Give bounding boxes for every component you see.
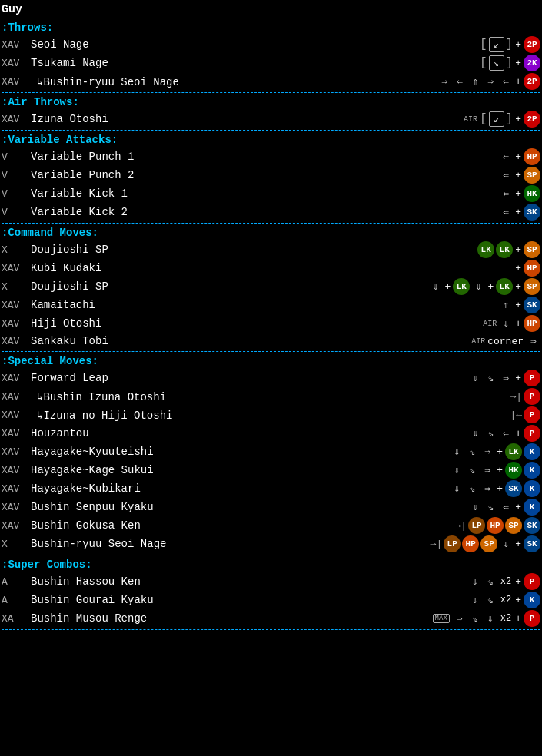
move-version: XAV <box>2 300 31 311</box>
move-version: XAV <box>2 428 31 439</box>
page: Guy :Throws: XAV Seoi Nage [ ↙ ] + 2P XA… <box>0 0 542 635</box>
plus-sign: + <box>515 576 521 588</box>
move-name: ↳Izuna no Hiji Otoshi <box>37 409 172 422</box>
right-icon: ⇒ <box>480 463 494 477</box>
move-right: ⇒ ⇐ ⇑ ⇒ ⇐ + 2P <box>437 73 540 90</box>
section-command: :Command Moves: <box>2 227 540 239</box>
down-icon: ⇓ <box>450 445 464 459</box>
move-right: LK LK + SP <box>477 241 540 258</box>
move-version: XAV <box>2 446 31 458</box>
bracket-left: [ <box>480 56 487 70</box>
plus-sign: + <box>497 446 503 458</box>
down-icon: ⇓ <box>468 426 482 440</box>
max-badge: MAX <box>433 614 450 623</box>
left-arrow2-icon: ⇐ <box>499 75 513 88</box>
right-arrow2-icon: ⇒ <box>484 75 497 88</box>
table-row: V Variable Punch 2 ⇐ + SP <box>2 166 540 184</box>
divider <box>2 555 540 555</box>
plus-sign: + <box>515 76 521 88</box>
move-name: Houzantou <box>31 427 89 439</box>
move-left: A Bushin Gourai Kyaku <box>2 594 294 606</box>
move-name: Bushin Gourai Kyaku <box>31 594 154 606</box>
air-label: AIR <box>464 115 477 124</box>
move-right: ⇐ + HK <box>499 185 540 202</box>
down-icon: ⇓ <box>450 463 464 477</box>
button-badge-p: P <box>524 388 540 405</box>
plus-sign: + <box>445 281 451 293</box>
character-title: Guy <box>2 3 540 16</box>
move-right: ⇓ + LK ⇓ + LK + SP <box>429 278 540 295</box>
table-row: XAV Sankaku Tobi AIR corner ⇒ <box>2 333 540 350</box>
move-name: Variable Punch 1 <box>31 151 134 163</box>
button-badge-p: P <box>524 406 540 423</box>
button-badge-lk2: LK <box>496 278 513 295</box>
button-badge-lk: LK <box>505 443 522 460</box>
plus-sign: + <box>515 188 521 200</box>
table-row: X Doujioshi SP LK LK + SP <box>2 240 540 259</box>
move-left: V Variable Punch 1 <box>2 151 294 163</box>
divider <box>2 92 540 93</box>
down-icon2: ⇓ <box>471 280 485 293</box>
button-badge-2p: 2P <box>524 36 540 53</box>
move-left: XAV Sankaku Tobi <box>2 335 294 347</box>
move-left: XAV Hayagake~Kubikari <box>2 482 294 495</box>
down-icon: ⇓ <box>468 575 482 589</box>
move-version: XAV <box>2 373 31 384</box>
move-right: AIR ⇓ + HP <box>483 315 540 332</box>
down-icon: ⇓ <box>450 482 464 496</box>
table-row: XAV Bushin Gokusa Ken →| LP HP SP SK <box>2 516 540 535</box>
move-right: ⇓ ⇘ ⇒ + HK K <box>450 462 540 479</box>
move-right: →| LP HP SP ⇓ + SK <box>431 536 540 552</box>
button-badge-lk: LK <box>477 241 494 258</box>
move-version: XAV <box>2 39 31 51</box>
table-row: XAV Forward Leap ⇓ ⇘ ⇒ + P <box>2 369 540 387</box>
move-left: XAV Hayagake~Kyuuteishi <box>2 446 294 458</box>
move-left: XAV Houzantou <box>2 427 294 439</box>
button-badge-sk: SK <box>524 536 540 552</box>
down-icon: ⇓ <box>499 537 513 551</box>
table-row: XAV Bushin Senpuu Kyaku ⇓ ⇘ ⇐ + K <box>2 498 540 516</box>
divider <box>2 130 540 131</box>
left-arrow-icon: ⇐ <box>499 150 513 164</box>
move-name: Seoi Nage <box>31 38 89 51</box>
plus-sign: + <box>515 58 521 69</box>
move-right: AIR corner ⇒ <box>471 334 540 348</box>
diag-down-back-icon: ↙ <box>489 37 504 52</box>
move-name: Bushin Senpuu Kyaku <box>31 501 154 513</box>
button-badge-sp: SP <box>524 241 540 258</box>
table-row: XAV Hayagake~Kage Sukui ⇓ ⇘ ⇒ + HK K <box>2 461 540 479</box>
move-version: X <box>2 539 31 550</box>
table-row: XAV Kubi Kudaki + HP <box>2 259 540 277</box>
move-left: V Variable Kick 2 <box>2 206 294 218</box>
left-arrow-icon: ⇐ <box>453 75 467 88</box>
table-row: A Bushin Gourai Kyaku ⇓ ⇘ x2 + K <box>2 591 540 609</box>
button-badge-2p: 2P <box>524 73 540 90</box>
move-left: XAV ↳Bushin-ryuu Seoi Nage <box>2 75 294 88</box>
table-row: XAV ↳Izuna no Hiji Otoshi |← P <box>2 406 540 424</box>
bracket-right: ] <box>506 38 514 51</box>
x2-label: x2 <box>500 595 511 605</box>
diag-icon: ⇘ <box>484 500 497 514</box>
move-name: Tsukami Nage <box>31 57 108 69</box>
button-badge-hp: HP <box>487 517 504 534</box>
button-badge-k: K <box>524 499 540 516</box>
bracket-right: ] <box>506 112 514 126</box>
button-badge-hk: HK <box>524 185 540 202</box>
button-badge-hp: HP <box>524 315 540 332</box>
button-badge-k: K <box>524 592 540 608</box>
move-version: XAV <box>2 76 31 88</box>
down-icon: ⇓ <box>468 500 482 514</box>
table-row: XAV Houzantou ⇓ ⇘ ⇐ + P <box>2 424 540 443</box>
move-name: Doujioshi SP <box>31 280 108 293</box>
air-label: AIR <box>483 320 497 328</box>
move-name: Hayagake~Kyuuteishi <box>31 446 154 458</box>
move-name: Bushin Gokusa Ken <box>31 519 141 532</box>
diag-icon: ⇘ <box>484 575 497 589</box>
move-left: XAV Hiji Otoshi <box>2 317 294 330</box>
move-left: XAV ↳Bushin Izuna Otoshi <box>2 390 294 403</box>
move-name: Kamaitachi <box>31 299 95 311</box>
diag-icon: ⇘ <box>484 371 497 385</box>
diag-icon: ⇘ <box>465 482 479 496</box>
corner-label: corner <box>487 336 524 347</box>
button-badge-p: P <box>524 573 540 590</box>
